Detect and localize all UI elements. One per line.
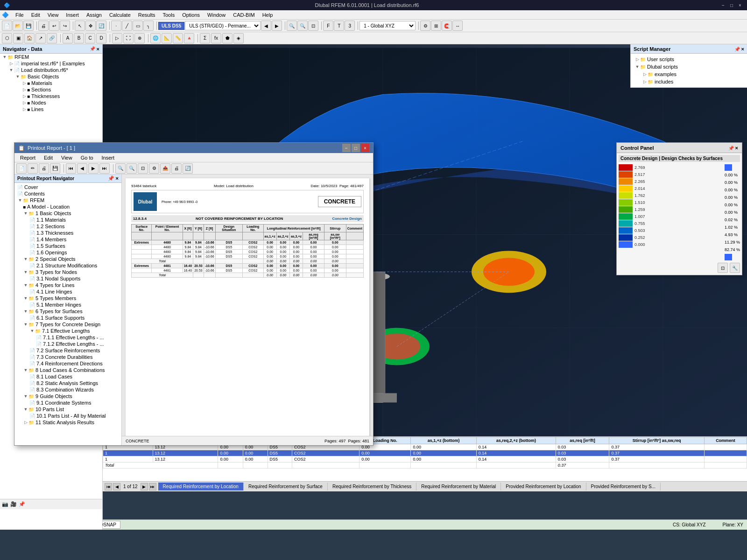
tb-r6[interactable]: A xyxy=(63,33,73,43)
pin-icon[interactable]: 📌 xyxy=(19,501,25,507)
tb-r18[interactable]: fx xyxy=(211,33,221,43)
close-button[interactable]: × xyxy=(737,2,743,8)
expand-icon[interactable]: ▼ xyxy=(23,367,28,373)
rn-close[interactable]: × xyxy=(116,175,119,181)
tb-r17[interactable]: Σ xyxy=(200,33,210,43)
cp-pin-icon[interactable]: 📌 xyxy=(728,146,734,151)
tree-item-load[interactable]: ▼ 📄 Load distribution.rf6* xyxy=(0,67,102,73)
tb-line[interactable]: ╱ xyxy=(122,21,132,31)
tb-design-combo[interactable]: ULS (STR/GEO) - Permane... xyxy=(185,21,261,30)
rtb-btn2[interactable]: ✏ xyxy=(28,163,38,174)
expand-icon[interactable]: ▷ xyxy=(21,93,27,99)
tb-r5[interactable]: 🔗 xyxy=(47,33,57,43)
tb-r12[interactable]: ⊕ xyxy=(134,33,145,43)
sm-item-user[interactable]: ▷ 📁 User scripts xyxy=(633,56,745,63)
menu-file[interactable]: File xyxy=(12,11,28,19)
rtb-btn1[interactable]: 📄 xyxy=(16,163,27,174)
tb-rotate[interactable]: 🔄 xyxy=(96,21,106,31)
tb-open[interactable]: 📂 xyxy=(13,21,23,31)
tb-3d[interactable]: 3 xyxy=(345,21,355,31)
tb-front[interactable]: F xyxy=(323,21,333,31)
report-menu-goto[interactable]: Go to xyxy=(77,154,97,161)
rtb-btn4[interactable]: 💾 xyxy=(50,163,60,174)
expand-icon[interactable]: ▼ xyxy=(23,322,28,327)
menu-results[interactable]: Results xyxy=(134,11,159,19)
tb-move[interactable]: ✥ xyxy=(85,21,96,31)
rn-eff-len-2[interactable]: 📄7.1.2 Effective Lengths - ... xyxy=(15,341,120,347)
video-icon[interactable]: 🎥 xyxy=(10,501,17,507)
tb-r16[interactable]: 🔺 xyxy=(184,33,194,43)
sm-item-dlubal[interactable]: ▼ 📁 Dlubal scripts xyxy=(633,63,745,70)
cp-btn1[interactable]: ⊡ xyxy=(718,263,728,273)
tb-select[interactable]: ↖ xyxy=(75,21,85,31)
expand-icon[interactable]: ▼ xyxy=(23,308,28,314)
tb-r11[interactable]: ⛶ xyxy=(123,33,134,43)
tb-redo[interactable]: ↪ xyxy=(60,21,70,31)
menu-tools[interactable]: Tools xyxy=(159,11,178,19)
report-close[interactable]: × xyxy=(361,144,369,152)
tb-r13[interactable]: 🌐 xyxy=(150,33,161,43)
rn-reinf-dir[interactable]: 📄7.4 Reinforcement Directions xyxy=(15,360,120,367)
tb-top[interactable]: T xyxy=(334,21,344,31)
expand-icon[interactable]: ▼ xyxy=(23,210,28,216)
tb-r2[interactable]: ▣ xyxy=(13,33,23,43)
camera-icon[interactable]: 📷 xyxy=(2,501,8,507)
rtb-export[interactable]: 📤 xyxy=(160,163,170,174)
rn-parts-all[interactable]: 📄10.1 Parts List - All by Material xyxy=(15,413,120,419)
rtb-zoom-in[interactable]: 🔍 xyxy=(115,163,126,174)
tree-item-materials[interactable]: ▷ ■ Materials xyxy=(0,80,102,86)
tb-print[interactable]: 🖨 xyxy=(38,21,49,31)
report-minimize[interactable]: − xyxy=(342,144,351,152)
rn-parts[interactable]: ▼📁10 Parts List xyxy=(15,406,120,413)
tb-prev-design[interactable]: ◀ xyxy=(261,21,271,31)
tree-item-rfem[interactable]: ▼ 📁 RFEM xyxy=(0,54,102,60)
sm-pin-icon[interactable]: 📌 xyxy=(734,47,740,52)
tb-member[interactable]: ╮ xyxy=(143,21,154,31)
rn-surf-supp[interactable]: 📄6.1 Surface Supports xyxy=(15,315,120,321)
expand-icon[interactable]: ▼ xyxy=(15,74,21,79)
rn-basic[interactable]: ▼📁1 Basic Objects xyxy=(15,210,120,217)
tb-dim[interactable]: ↔ xyxy=(452,21,463,31)
tb-next-design[interactable]: ▶ xyxy=(272,21,282,31)
tab-req-by-location[interactable]: Required Reinforcement by Location xyxy=(158,483,244,490)
expand-icon[interactable]: ▷ xyxy=(21,106,27,112)
tree-item-lines[interactable]: ▷ ■ Lines xyxy=(0,106,102,112)
tb-zoom-in[interactable]: 🔍 xyxy=(287,21,297,31)
tree-item-nodes[interactable]: ▷ ■ Nodes xyxy=(0,99,102,106)
expand-icon[interactable]: ▷ xyxy=(8,61,14,66)
tb-zoom-out[interactable]: 🔍 xyxy=(297,21,308,31)
menu-help[interactable]: Help xyxy=(259,11,277,19)
tab-req-by-material[interactable]: Required Reinforcement by Material xyxy=(416,483,501,490)
report-menu-insert[interactable]: Insert xyxy=(98,154,119,161)
tb-fit[interactable]: ⊡ xyxy=(308,21,318,31)
rn-static-results[interactable]: ▷📁11 Static Analysis Results xyxy=(15,419,120,426)
menu-window[interactable]: Window xyxy=(204,11,229,19)
tb-new[interactable]: 📄 xyxy=(2,21,12,31)
rn-types-surfaces[interactable]: ▼📁6 Types for Surfaces xyxy=(15,308,120,315)
tb-r15[interactable]: 📏 xyxy=(173,33,183,43)
rn-types-lines[interactable]: ▼📁4 Types for Lines xyxy=(15,282,120,288)
rn-thicknesses[interactable]: 📄1.3 Thicknesses xyxy=(15,230,120,236)
rn-model[interactable]: ■A Model - Location xyxy=(15,203,120,210)
expand-icon[interactable]: ▼ xyxy=(29,328,35,334)
rtb-fit[interactable]: ⊡ xyxy=(138,163,148,174)
menu-options[interactable]: Options xyxy=(178,11,204,19)
tb-r7[interactable]: B xyxy=(74,33,84,43)
page-next-btn[interactable]: ▶ xyxy=(141,483,148,490)
tab-req-by-thickness[interactable]: Required Reinforcement by Thickness xyxy=(328,483,416,490)
expand-icon[interactable]: ▷ xyxy=(634,56,640,62)
tb-r4[interactable]: ↗ xyxy=(35,33,46,43)
rtb-settings[interactable]: ⚙ xyxy=(149,163,159,174)
tree-item-sections[interactable]: ▷ ■ Sections xyxy=(0,86,102,93)
tb-r9[interactable]: D xyxy=(96,33,106,43)
rtb-print2[interactable]: 🖨 xyxy=(171,163,182,174)
tb-grid[interactable]: ⊞ xyxy=(431,21,441,31)
menu-insert[interactable]: Insert xyxy=(62,11,83,19)
expand-icon[interactable]: ▼ xyxy=(23,393,28,399)
expand-icon[interactable]: ▼ xyxy=(2,54,7,60)
rn-guide[interactable]: ▼📁9 Guide Objects xyxy=(15,393,120,399)
nav-pin-icon[interactable]: 📌 xyxy=(90,46,95,52)
rn-eff-len-1[interactable]: 📄7.1.1 Effective Lengths - ... xyxy=(15,334,120,341)
menu-view[interactable]: View xyxy=(44,11,63,19)
expand-icon[interactable]: ▼ xyxy=(23,269,28,275)
